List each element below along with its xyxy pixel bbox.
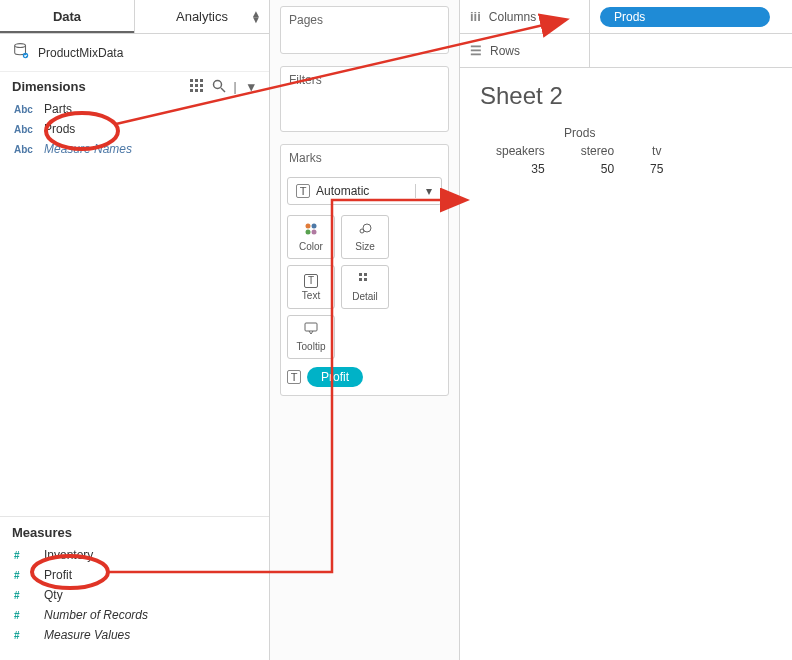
- svg-rect-19: [359, 273, 362, 276]
- sheet-title[interactable]: Sheet 2: [480, 82, 774, 110]
- filters-card-title: Filters: [281, 67, 448, 93]
- type-number-icon: #: [14, 610, 36, 621]
- field-label: Inventory: [44, 548, 93, 562]
- svg-rect-10: [200, 89, 203, 92]
- type-abc-icon: Abc: [14, 104, 36, 115]
- field-inventory[interactable]: # Inventory: [8, 546, 261, 564]
- crosstab-val-1[interactable]: 50: [563, 160, 632, 178]
- field-label: Measure Names: [44, 142, 132, 156]
- type-number-icon: #: [14, 630, 36, 641]
- field-number-of-records[interactable]: # Number of Records: [8, 606, 261, 624]
- rows-shelf-label: Rows: [490, 44, 520, 58]
- field-label: Measure Values: [44, 628, 130, 642]
- measures-title: Measures: [12, 525, 72, 540]
- svg-point-15: [306, 230, 311, 235]
- svg-point-18: [363, 224, 371, 232]
- svg-rect-22: [364, 278, 367, 281]
- marks-color-label: Color: [299, 241, 323, 252]
- type-abc-icon: Abc: [14, 144, 36, 155]
- field-label: Profit: [44, 568, 72, 582]
- marks-tooltip-button[interactable]: Tooltip: [287, 315, 335, 359]
- columns-shelf-label: Columns: [489, 10, 536, 24]
- color-icon: [304, 222, 318, 239]
- app-root: Data Analytics ▲▼ ProductMixData Dimensi…: [0, 0, 792, 660]
- cross-tab: Prods speakers stereo tv 35 50 75: [478, 124, 681, 178]
- svg-rect-21: [359, 278, 362, 281]
- crosstab-col-1[interactable]: stereo: [563, 142, 632, 160]
- datasource-row[interactable]: ProductMixData: [0, 34, 269, 72]
- tab-analytics[interactable]: Analytics ▲▼: [135, 0, 269, 33]
- filters-card[interactable]: Filters: [280, 66, 449, 132]
- text-icon: T: [304, 274, 318, 288]
- marks-size-button[interactable]: Size: [341, 215, 389, 259]
- crosstab-col-0[interactable]: speakers: [478, 142, 563, 160]
- text-encoding-icon: T: [287, 370, 301, 384]
- marks-text-button[interactable]: T Text: [287, 265, 335, 309]
- marks-text-pill-row: T Profit: [281, 363, 448, 395]
- pages-card-title: Pages: [281, 7, 448, 33]
- field-qty[interactable]: # Qty: [8, 586, 261, 604]
- svg-rect-2: [190, 79, 193, 82]
- mark-type-selector[interactable]: T Automatic ▾: [287, 177, 442, 205]
- tooltip-icon: [304, 322, 318, 339]
- type-number-icon: #: [14, 590, 36, 601]
- marks-text-pill[interactable]: Profit: [307, 367, 363, 387]
- svg-point-0: [15, 44, 26, 48]
- field-prods[interactable]: Abc Prods: [8, 120, 261, 138]
- mark-type-label: Automatic: [316, 184, 369, 198]
- marks-detail-button[interactable]: Detail: [341, 265, 389, 309]
- pages-card[interactable]: Pages: [280, 6, 449, 54]
- svg-line-12: [221, 88, 225, 92]
- marks-card: Marks T Automatic ▾ Color: [280, 144, 449, 396]
- field-menu-caret-icon[interactable]: ▾: [243, 78, 259, 94]
- columns-icon: iii: [470, 9, 481, 24]
- tab-data-label: Data: [53, 9, 81, 24]
- type-abc-icon: Abc: [14, 124, 36, 135]
- marks-detail-label: Detail: [352, 291, 378, 302]
- field-label: Number of Records: [44, 608, 148, 622]
- measures-list: # Inventory # Profit # Qty # Number of R…: [0, 544, 269, 660]
- sort-toggle-icon[interactable]: ▲▼: [251, 11, 261, 23]
- svg-rect-20: [364, 273, 367, 276]
- dimensions-header: Dimensions | ▾: [0, 72, 269, 98]
- field-parts[interactable]: Abc Parts: [8, 100, 261, 118]
- type-number-icon: #: [14, 550, 36, 561]
- svg-rect-8: [190, 89, 193, 92]
- field-menu-divider: |: [233, 79, 237, 94]
- svg-rect-6: [195, 84, 198, 87]
- crosstab-col-2[interactable]: tv: [632, 142, 681, 160]
- field-label: Qty: [44, 588, 63, 602]
- dimensions-title: Dimensions: [12, 79, 86, 94]
- datasource-name: ProductMixData: [38, 46, 123, 60]
- crosstab-val-0[interactable]: 35: [478, 160, 563, 178]
- type-number-icon: #: [14, 570, 36, 581]
- columns-shelf[interactable]: iii Columns Prods: [460, 0, 792, 34]
- marks-color-button[interactable]: Color: [287, 215, 335, 259]
- svg-rect-7: [200, 84, 203, 87]
- mark-type-dropdown-icon[interactable]: ▾: [415, 184, 441, 198]
- field-measure-names[interactable]: Abc Measure Names: [8, 140, 261, 158]
- worksheet-panel: iii Columns Prods ☰ Rows Sheet 2 Prods: [460, 0, 792, 660]
- svg-point-13: [306, 224, 311, 229]
- tab-data[interactable]: Data: [0, 0, 135, 33]
- rows-shelf[interactable]: ☰ Rows: [460, 34, 792, 68]
- field-measure-values[interactable]: # Measure Values: [8, 626, 261, 644]
- side-tabs: Data Analytics ▲▼: [0, 0, 269, 34]
- crosstab-val-2[interactable]: 75: [632, 160, 681, 178]
- marks-grid: Color Size T Text Detail: [281, 211, 448, 363]
- svg-point-16: [312, 230, 317, 235]
- svg-point-11: [214, 81, 222, 89]
- shelves: iii Columns Prods ☰ Rows: [460, 0, 792, 68]
- search-icon[interactable]: [211, 78, 227, 94]
- text-mark-type-icon: T: [296, 184, 310, 198]
- field-profit[interactable]: # Profit: [8, 566, 261, 584]
- svg-rect-4: [200, 79, 203, 82]
- view-as-table-icon[interactable]: [189, 78, 205, 94]
- marks-tooltip-label: Tooltip: [297, 341, 326, 352]
- field-label: Parts: [44, 102, 72, 116]
- field-label: Prods: [44, 122, 75, 136]
- view-area[interactable]: Sheet 2 Prods speakers stereo tv 35 50 7…: [460, 68, 792, 188]
- crosstab-dim-header: Prods: [478, 124, 681, 142]
- columns-pill-prods[interactable]: Prods: [600, 7, 770, 27]
- measures-header: Measures: [0, 516, 269, 544]
